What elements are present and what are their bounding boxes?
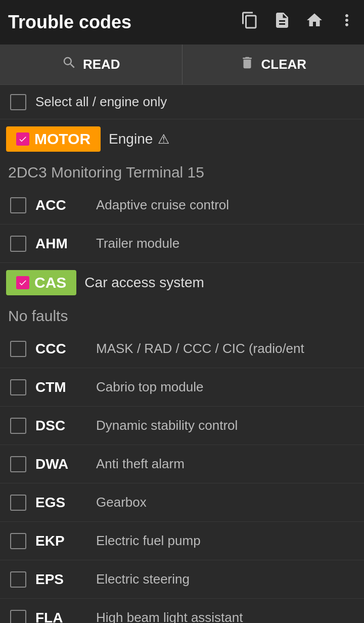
egs-desc: Gearbox (96, 495, 354, 510)
select-all-checkbox[interactable] (10, 94, 26, 110)
ctm-code: CTM (35, 379, 96, 395)
fla-code: FLA (35, 610, 96, 624)
list-item: FLA High beam light assistant (0, 599, 364, 623)
motor-checkbox (16, 132, 29, 146)
list-item: ACC Adaptive cruise control (0, 186, 364, 225)
cas-checkbox (16, 276, 29, 289)
motor-tag-label: MOTOR (34, 130, 90, 148)
eps-checkbox[interactable] (10, 571, 26, 588)
ekp-desc: Electric fuel pump (96, 533, 354, 549)
fla-desc: High beam light assistant (96, 610, 354, 623)
ahm-code: AHM (35, 236, 96, 252)
acc-code: ACC (35, 197, 96, 213)
header-icons (241, 11, 356, 33)
dsc-code: DSC (35, 418, 96, 434)
delete-icon (240, 55, 255, 74)
list-item: AHM Trailer module (0, 225, 364, 263)
motor-module-name: Engine ⚠ (109, 131, 169, 147)
motor-module-header: MOTOR Engine ⚠ (0, 119, 364, 159)
copy-icon[interactable] (241, 11, 259, 33)
list-item: DSC Dynamic stability control (0, 407, 364, 445)
ctm-checkbox[interactable] (10, 379, 26, 395)
no-faults-label: No faults (0, 302, 364, 330)
read-label: READ (83, 57, 120, 72)
list-item: EPS Electric steering (0, 560, 364, 599)
more-icon[interactable] (338, 11, 356, 33)
dsc-desc: Dynamic stability control (96, 418, 354, 433)
eps-code: EPS (35, 571, 96, 588)
dsc-checkbox[interactable] (10, 418, 26, 434)
document-icon[interactable] (273, 11, 291, 33)
toolbar: READ CLEAR (0, 45, 364, 85)
warning-icon: ⚠ (158, 131, 169, 147)
acc-checkbox[interactable] (10, 197, 26, 213)
ahm-desc: Trailer module (96, 236, 354, 251)
acc-desc: Adaptive cruise control (96, 197, 354, 213)
clear-button[interactable]: CLEAR (183, 45, 365, 84)
fla-checkbox[interactable] (10, 610, 26, 624)
egs-code: EGS (35, 495, 96, 511)
motor-section-title: 2DC3 Monitoring Terminal 15 (0, 159, 364, 186)
clear-label: CLEAR (261, 57, 306, 72)
select-all-row[interactable]: Select all / engine only (0, 85, 364, 119)
dwa-code: DWA (35, 456, 96, 472)
list-item: EKP Electric fuel pump (0, 522, 364, 560)
eps-desc: Electric steering (96, 571, 354, 587)
cas-tag-label: CAS (34, 274, 66, 291)
egs-checkbox[interactable] (10, 495, 26, 511)
home-icon[interactable] (305, 11, 324, 33)
ctm-desc: Cabrio top module (96, 379, 354, 395)
ahm-checkbox[interactable] (10, 236, 26, 252)
search-icon (62, 55, 77, 74)
header: Trouble codes (0, 0, 364, 45)
read-button[interactable]: READ (0, 45, 183, 84)
cas-module-name: Car access system (84, 275, 204, 291)
ekp-checkbox[interactable] (10, 533, 26, 549)
list-item: DWA Anti theft alarm (0, 445, 364, 483)
ccc-code: CCC (35, 341, 96, 357)
select-all-label: Select all / engine only (35, 94, 167, 110)
ekp-code: EKP (35, 533, 96, 549)
list-item: CTM Cabrio top module (0, 368, 364, 407)
page-title: Trouble codes (8, 12, 241, 33)
motor-tag[interactable]: MOTOR (6, 126, 101, 152)
list-item: EGS Gearbox (0, 483, 364, 522)
dwa-checkbox[interactable] (10, 456, 26, 472)
dwa-desc: Anti theft alarm (96, 456, 354, 472)
ccc-checkbox[interactable] (10, 341, 26, 357)
cas-module-header: CAS Car access system (0, 263, 364, 302)
cas-tag[interactable]: CAS (6, 270, 76, 295)
list-item: CCC MASK / RAD / CCC / CIC (radio/ent (0, 330, 364, 368)
ccc-desc: MASK / RAD / CCC / CIC (radio/ent (96, 341, 354, 357)
